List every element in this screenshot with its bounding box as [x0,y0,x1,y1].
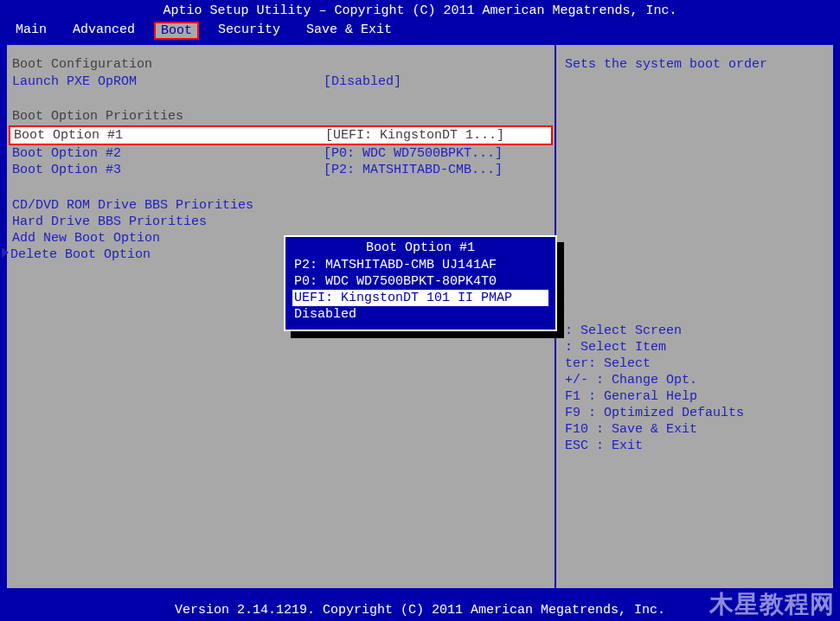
help-general-help: F1 : General Help [565,388,824,405]
help-select-item: : Select Item [565,339,824,355]
boot-option-3-value: [P2: MATSHITABD-CMB...] [324,163,503,177]
tab-boot[interactable]: Boot [154,22,199,40]
help-esc: ESC : Exit [565,438,824,454]
boot-option-popup: Boot Option #1 P2: MATSHITABD-CMB UJ141A… [284,235,557,331]
popup-title: Boot Option #1 [292,240,548,255]
bios-header: Aptio Setup Utility – Copyright (C) 2011… [0,0,840,20]
boot-option-2-row[interactable]: Boot Option #2 [P0: WDC WD7500BPKT...] [12,145,549,162]
footer-text: Version 2.14.1219. Copyright (C) 2011 Am… [175,603,665,618]
help-change-opt: +/- : Change Opt. [565,372,824,388]
hdd-bbs-row[interactable]: Hard Drive BBS Priorities [12,214,549,230]
help-optimized: F9 : Optimized Defaults [565,405,824,421]
watermark-text: 木星教程网 [709,588,835,621]
hdd-bbs-label: Hard Drive BBS Priorities [12,214,324,229]
popup-item-1[interactable]: P0: WDC WD7500BPKT-80PK4T0 [292,273,548,290]
tab-advanced[interactable]: Advanced [66,22,142,40]
boot-option-1-label: Boot Option #1 [14,128,325,143]
add-boot-option-label: Add New Boot Option [12,231,324,246]
help-save-exit: F10 : Save & Exit [565,421,824,438]
menu-tabs: Main Advanced Boot Security Save & Exit [0,20,840,43]
boot-option-1-value: [UEFI: KingstonDT 1...] [325,128,504,143]
boot-option-3-label: Boot Option #3 [12,163,324,177]
help-enter: ter: Select [565,355,824,372]
boot-option-2-value: [P0: WDC WD7500BPKT...] [324,146,503,161]
cddvd-bbs-row[interactable]: CD/DVD ROM Drive BBS Priorities [12,197,549,214]
right-panel: Sets the system boot order : Select Scre… [556,45,833,588]
boot-option-2-label: Boot Option #2 [12,146,324,161]
boot-priorities-title: Boot Option Priorities [12,109,549,124]
pxe-value: [Disabled] [324,74,401,89]
key-help-section: : Select Screen : Select Item ter: Selec… [565,323,824,454]
boot-option-1-row[interactable]: Boot Option #1 [UEFI: KingstonDT 1...] [9,125,553,145]
help-select-screen: : Select Screen [565,323,824,339]
boot-option-3-row[interactable]: Boot Option #3 [P2: MATSHITABD-CMB...] [12,162,549,178]
popup-item-3[interactable]: Disabled [292,306,548,323]
pxe-label: Launch PXE OpROM [12,74,324,89]
popup-item-2[interactable]: UEFI: KingstonDT 101 II PMAP [292,290,548,306]
tab-security[interactable]: Security [211,22,287,40]
tab-main[interactable]: Main [9,22,54,40]
pxe-oprom-row[interactable]: Launch PXE OpROM [Disabled] [12,74,549,90]
popup-item-0[interactable]: P2: MATSHITABD-CMB UJ141AF [292,257,548,273]
help-description: Sets the system boot order [565,57,824,72]
tab-save-exit[interactable]: Save & Exit [299,22,399,40]
cddvd-bbs-label: CD/DVD ROM Drive BBS Priorities [12,198,324,213]
boot-config-title: Boot Configuration [12,57,549,72]
delete-boot-option-label: Delete Boot Option [10,247,322,262]
triangle-icon [2,247,9,258]
main-content: Boot Configuration Launch PXE OpROM [Dis… [5,43,835,590]
header-title: Aptio Setup Utility – Copyright (C) 2011… [163,3,676,18]
left-panel: Boot Configuration Launch PXE OpROM [Dis… [7,45,556,588]
